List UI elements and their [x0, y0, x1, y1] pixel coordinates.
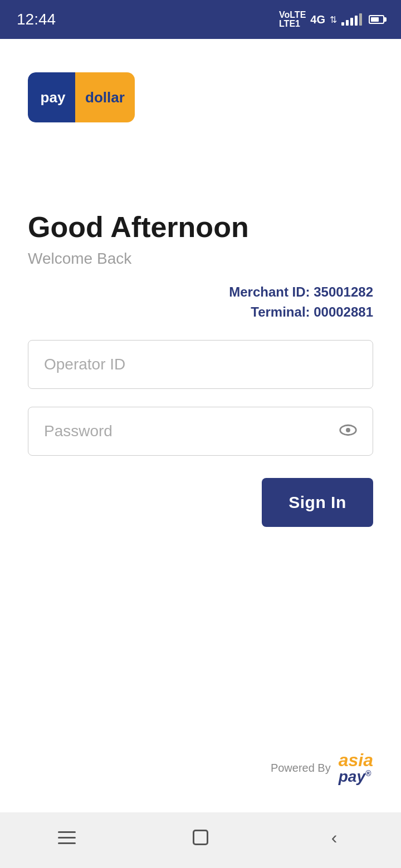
signin-button[interactable]: Sign In [262, 478, 373, 527]
asiapay-logo: asia pay® [339, 751, 373, 785]
password-wrapper [28, 407, 373, 456]
greeting-title: Good Afternoon [28, 211, 373, 243]
nav-bar: ‹ [0, 812, 401, 868]
pay-text: pay® [339, 769, 371, 785]
data-transfer-icon: ⇅ [330, 14, 337, 25]
logo-pay-text: pay [41, 89, 66, 106]
home-icon [193, 830, 208, 845]
logo-dollar-section: dollar [75, 72, 135, 122]
greeting-section: Good Afternoon Welcome Back [28, 211, 373, 268]
menu-icon [58, 831, 76, 844]
status-bar: 12:44 VoLTELTE1 4G ⇅ [0, 0, 401, 39]
toggle-password-icon[interactable] [338, 420, 359, 443]
volte-icon: VoLTELTE1 [279, 11, 306, 28]
registered-mark: ® [365, 769, 371, 778]
merchant-id: Merchant ID: 35001282 [28, 284, 373, 300]
svg-point-1 [346, 428, 350, 432]
password-input[interactable] [28, 407, 373, 456]
form-section: Sign In [28, 340, 373, 527]
terminal-id: Terminal: 00002881 [28, 304, 373, 320]
main-content: pay dollar Good Afternoon Welcome Back M… [0, 39, 401, 829]
logo-container: pay dollar [28, 72, 373, 122]
powered-by-section: Powered By asia pay® [271, 751, 373, 785]
powered-by-text: Powered By [271, 762, 331, 775]
status-icons: VoLTELTE1 4G ⇅ [279, 11, 384, 28]
back-icon: ‹ [331, 827, 338, 848]
merchant-info: Merchant ID: 35001282 Terminal: 00002881 [28, 284, 373, 320]
network-4g-icon: 4G [310, 13, 325, 26]
logo-pay-section: pay [28, 72, 78, 122]
status-time: 12:44 [17, 11, 56, 28]
battery-icon [369, 15, 384, 24]
nav-back-button[interactable]: ‹ [312, 821, 356, 854]
signal-strength-icon [341, 13, 362, 26]
greeting-subtitle: Welcome Back [28, 250, 373, 268]
signin-row: Sign In [28, 478, 373, 527]
paydollar-logo: pay dollar [28, 72, 150, 122]
nav-home-button[interactable] [178, 821, 223, 854]
logo-dollar-text: dollar [85, 89, 125, 106]
asia-text: asia [339, 751, 373, 769]
operator-id-input[interactable] [28, 340, 373, 389]
nav-menu-button[interactable] [45, 821, 89, 854]
